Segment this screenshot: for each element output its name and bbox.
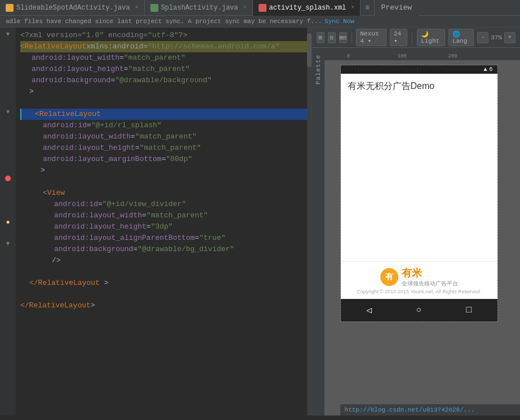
moon-icon: 🌙	[421, 31, 429, 38]
app-title: 有米无积分广告Demo	[341, 74, 497, 99]
phone-content: 有米无积分广告Demo 有 有米 全球领先移动广告平台	[341, 74, 497, 299]
code-panel: ▼ ▼ ● ▼	[0, 28, 312, 415]
breakpoint-1[interactable]	[3, 174, 12, 183]
attr-layout-width-3: android:layout_width	[54, 211, 142, 220]
main-layout: ▼ ▼ ● ▼	[0, 28, 520, 415]
nav-home-btn[interactable]: ○	[411, 302, 427, 318]
device-selector[interactable]: Nexus 4 ▾	[356, 29, 386, 46]
phone-ad-bar: 有 有米 全球领先移动广告平台 Copyright © 2010-2015 Yo…	[341, 261, 497, 299]
ad-logo-char: 有	[385, 272, 393, 282]
ad-logo-row: 有 有米 全球领先移动广告平台	[380, 266, 458, 288]
sync-bar: adle files have changed since last proje…	[0, 16, 520, 28]
phone-mockup: ▲ 6 有米无积分广告Demo 有	[340, 65, 498, 322]
bookmark-1: ●	[3, 218, 12, 227]
attr-layout-height-3: android:layout_height	[54, 222, 146, 231]
code-line-19: android:layout_alignParentBottom="true"	[20, 233, 312, 244]
sync-message: adle files have changed since last proje…	[6, 18, 322, 25]
blueprint-view-btn[interactable]: ⊟	[328, 32, 336, 43]
preview-text: Preview	[381, 3, 412, 12]
preview-toolbar: ⊞ ⊟ ⊞⊟ Nexus 4 ▾ 24 ▾ 🌙 Light 🌐 Lang - 3…	[312, 28, 520, 48]
attr-bg-divider: android:background	[54, 245, 133, 253]
wifi-icon: ▲	[484, 66, 487, 73]
nav-back-btn[interactable]: ◁	[361, 302, 377, 318]
xml-decl: <?xml version="1.0" encoding="utf-8"?>	[20, 30, 187, 41]
code-line-24	[20, 289, 312, 300]
tab-extra[interactable]: ≡	[361, 0, 374, 16]
code-line-3: android:layout_width="match_parent"	[20, 52, 312, 64]
bookmark-icon: ●	[6, 218, 10, 226]
attr-layout-height-2: android:layout_height	[43, 144, 135, 152]
zoom-out-btn[interactable]: -	[477, 32, 488, 43]
zoom-in-btn[interactable]: +	[504, 32, 515, 43]
recent-icon: □	[466, 305, 472, 315]
ad-copyright: Copyright © 2010-2015 Youmi.net. All Rig…	[357, 289, 481, 294]
bottom-link-bar[interactable]: http://blog.csdn.net/u013742628/...	[340, 404, 520, 415]
ruler-h-mark-200: 200	[448, 53, 457, 59]
java-icon-2	[150, 4, 158, 12]
close-tag-root: </RelativeLayout	[20, 300, 91, 311]
gutter: ▼ ▼ ● ▼	[0, 28, 16, 415]
tag-relativelayout-2: <RelativeLayout	[35, 110, 101, 118]
tab-splashactivity[interactable]: SplashActivity.java ×	[145, 0, 253, 16]
battery-level: 6	[490, 66, 493, 73]
attr-align-parent-bottom: android:layout_alignParentBottom	[54, 234, 195, 242]
ad-brand: 有米	[402, 266, 458, 280]
api-label: 24	[394, 30, 401, 37]
tab-close-btn-3[interactable]: ×	[351, 5, 354, 11]
code-line-13: >	[20, 165, 312, 176]
code-line-12: android:layout_marginBottom="80dp"	[20, 154, 312, 165]
design-view-btn[interactable]: ⊞	[317, 32, 325, 43]
attr-layout-width: android:layout_width	[32, 53, 119, 62]
attr-background: android:background	[32, 76, 110, 84]
code-scrollbar[interactable]	[307, 28, 312, 415]
fold-indicator-3[interactable]: ▼	[3, 239, 12, 248]
tab-slideablespotadactivity[interactable]: SlideableSpotAdActivity.java ×	[0, 0, 145, 16]
toolbar-separator-2	[412, 32, 412, 43]
light-label: Light	[421, 38, 439, 44]
scrollbar-thumb[interactable]	[307, 33, 312, 67]
ruler-h-mark-0: 0	[347, 53, 350, 59]
tab-activity-splash-xml[interactable]: activity_splash.xml ×	[253, 0, 361, 16]
preview-section-label: Preview	[375, 0, 419, 16]
code-content: ▼ ▼ ● ▼	[0, 28, 312, 415]
code-line-21: />	[20, 255, 312, 266]
tag-view: <View	[43, 189, 65, 197]
back-icon: ◁	[366, 305, 372, 316]
api-selector[interactable]: 24 ▾	[390, 29, 408, 46]
preview-area: Palette 0 100 200 100 200 300 400	[312, 48, 520, 415]
tab-close-btn-2[interactable]: ×	[243, 5, 246, 11]
code-line-6: >	[20, 86, 312, 97]
code-line-5: android:background="@drawable/background…	[20, 75, 312, 86]
code-line-10: android:layout_width="match_parent"	[20, 131, 312, 142]
code-line-11: android:layout_height="match_parent"	[20, 142, 312, 154]
fold-arrow-1: ▼	[6, 31, 10, 38]
code-line-7	[20, 97, 312, 109]
combined-view-btn[interactable]: ⊞⊟	[339, 32, 347, 43]
nav-recent-btn[interactable]: □	[461, 302, 477, 318]
fold-indicator-2[interactable]: ▼	[3, 108, 12, 117]
attr-id-view-divider: android:id	[54, 200, 98, 208]
attr-layout-width-2: android:layout_width	[43, 132, 131, 141]
code-line-9: android:id="@+id/rl_splash"	[20, 120, 312, 131]
sync-now-link[interactable]: Sync Now	[325, 18, 354, 25]
code-line-16: android:id="@+id/view_divider"	[20, 199, 312, 210]
theme-toggle[interactable]: 🌙 Light	[417, 29, 445, 46]
code-lines: <?xml version="1.0" encoding="utf-8"?> <…	[16, 28, 312, 415]
palette-label: Palette	[315, 55, 322, 84]
lang-selector[interactable]: 🌐 Lang	[448, 29, 474, 46]
palette-sidebar[interactable]: Palette	[312, 48, 325, 415]
ruler-h-mark-100: 100	[398, 53, 407, 59]
code-line-15: <View	[20, 187, 312, 199]
bottom-link-text: http://blog.csdn.net/u013742628/...	[345, 406, 475, 413]
tab-close-btn[interactable]: ×	[135, 5, 139, 11]
attr-layout-height: android:layout_height	[32, 65, 124, 73]
code-line-18: android:layout_height="3dp"	[20, 221, 312, 233]
device-label: Nexus 4	[360, 30, 379, 44]
lang-label: Lang	[452, 38, 467, 44]
globe-icon: 🌐	[452, 31, 460, 38]
right-panel: ⊞ ⊟ ⊞⊟ Nexus 4 ▾ 24 ▾ 🌙 Light 🌐 Lang - 3…	[312, 28, 520, 415]
code-line-1: <?xml version="1.0" encoding="utf-8"?>	[20, 30, 312, 41]
fold-indicator-1[interactable]: ▼	[3, 30, 12, 39]
tab-label-3: activity_splash.xml	[269, 4, 346, 12]
tabs-bar: SlideableSpotAdActivity.java × SplashAct…	[0, 0, 520, 16]
